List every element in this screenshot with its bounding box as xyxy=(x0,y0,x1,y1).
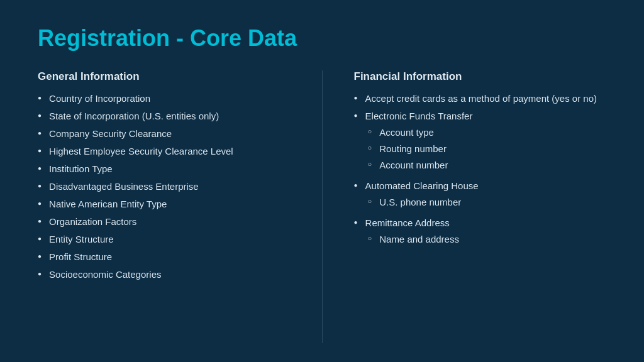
content-area: General Information Country of Incorpora… xyxy=(38,70,606,343)
general-info-heading: General Information xyxy=(38,70,291,83)
list-item-remittance: Remittance Address Name and address xyxy=(354,216,607,249)
left-column: General Information Country of Incorpora… xyxy=(38,70,291,343)
list-item: Entity Structure xyxy=(38,233,291,246)
right-column: Financial Information Accept credit card… xyxy=(354,70,607,343)
eft-sub-list: Account type Routing number Account numb… xyxy=(368,126,606,172)
sub-list-item: U.S. phone number xyxy=(368,195,606,209)
list-item: Profit Structure xyxy=(38,250,291,263)
list-item: Socioeconomic Categories xyxy=(38,268,291,281)
sub-list-item: Routing number xyxy=(368,142,606,155)
slide-title: Registration - Core Data xyxy=(38,25,606,52)
sub-list-item: Account type xyxy=(368,126,606,139)
list-item: Organization Factors xyxy=(38,215,291,228)
list-item: Highest Employee Security Clearance Leve… xyxy=(38,145,291,158)
list-item: Native American Entity Type xyxy=(38,197,291,211)
list-item: Institution Type xyxy=(38,162,291,175)
financial-info-heading: Financial Information xyxy=(354,70,607,83)
financial-info-list: Accept credit cards as a method of payme… xyxy=(354,92,607,249)
sub-list-item: Account number xyxy=(368,158,606,172)
column-divider xyxy=(322,70,323,343)
list-item: Company Security Clearance xyxy=(38,127,291,140)
remittance-sub-list: Name and address xyxy=(368,233,606,246)
list-item-ach: Automated Clearing House U.S. phone numb… xyxy=(354,179,607,212)
ach-sub-list: U.S. phone number xyxy=(368,195,606,209)
general-info-list: Country of Incorporation State of Incorp… xyxy=(38,92,291,281)
list-item: Disadvantaged Business Enterprise xyxy=(38,180,291,193)
sub-list-item: Name and address xyxy=(368,233,606,246)
list-item-credit-cards: Accept credit cards as a method of payme… xyxy=(354,92,607,105)
slide: Registration - Core Data General Informa… xyxy=(0,0,644,362)
list-item-eft: Electronic Funds Transfer Account type R… xyxy=(354,109,607,175)
list-item: State of Incorporation (U.S. entities on… xyxy=(38,109,291,123)
list-item: Country of Incorporation xyxy=(38,92,291,105)
